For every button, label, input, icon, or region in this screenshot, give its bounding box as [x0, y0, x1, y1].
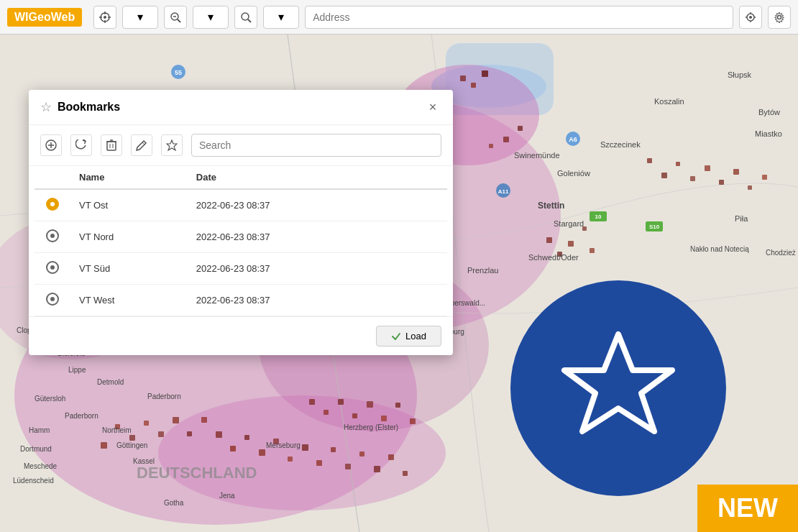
row-name: VT West [70, 285, 188, 316]
edit-button[interactable] [131, 134, 152, 156]
svg-rect-43 [302, 444, 308, 451]
svg-rect-51 [201, 417, 207, 423]
search-dropdown[interactable]: ▾ [263, 6, 299, 29]
row-date: 2022-06-23 08:37 [188, 285, 390, 316]
svg-text:Paderborn: Paderborn [65, 412, 98, 420]
svg-rect-40 [259, 449, 265, 456]
svg-marker-147 [564, 334, 672, 431]
svg-text:Miastko: Miastko [755, 129, 782, 138]
load-button[interactable]: Load [376, 326, 441, 347]
svg-text:A6: A6 [569, 136, 577, 143]
svg-text:Hamm: Hamm [29, 426, 50, 434]
table-row[interactable]: VT Nord2022-06-23 08:37 [35, 221, 447, 253]
delete-button[interactable] [101, 134, 122, 156]
svg-point-142 [50, 234, 55, 238]
svg-text:Piła: Piła [735, 214, 748, 223]
svg-marker-138 [167, 140, 177, 150]
svg-rect-65 [395, 403, 400, 408]
svg-rect-20 [471, 83, 476, 88]
svg-rect-42 [288, 457, 293, 462]
row-action1 [390, 253, 418, 285]
star-button[interactable] [161, 134, 183, 156]
row-action1 [390, 189, 418, 221]
svg-rect-74 [748, 185, 752, 190]
svg-text:Jena: Jena [219, 492, 235, 500]
svg-text:Słupsk: Słupsk [728, 70, 752, 79]
star-graphic [554, 324, 683, 453]
dialog-title: Bookmarks [58, 101, 418, 114]
svg-text:Merseburg: Merseburg [266, 441, 301, 449]
row-icon [35, 253, 70, 285]
row-action2 [418, 285, 447, 316]
load-label: Load [405, 331, 426, 341]
svg-point-8 [158, 395, 446, 510]
svg-rect-38 [230, 446, 236, 451]
table-row[interactable]: VT Süd2022-06-23 08:37 [35, 253, 447, 285]
svg-point-128 [778, 15, 781, 19]
locate-button[interactable] [93, 6, 116, 29]
svg-text:55: 55 [175, 69, 182, 76]
zoom-dropdown[interactable]: ▾ [193, 6, 229, 29]
zoom-button[interactable] [164, 6, 187, 29]
row-date: 2022-06-23 08:37 [188, 253, 390, 285]
svg-text:Goleniów: Goleniów [557, 169, 590, 178]
svg-rect-23 [518, 126, 523, 131]
row-icon [35, 221, 70, 253]
row-action2 [418, 221, 447, 253]
svg-rect-66 [410, 418, 416, 424]
svg-rect-22 [503, 137, 509, 142]
svg-rect-60 [324, 410, 329, 415]
row-name: VT Süd [70, 253, 188, 285]
svg-rect-36 [590, 248, 595, 253]
svg-rect-73 [733, 169, 739, 175]
row-action1 [390, 221, 418, 253]
row-name: VT Ost [70, 189, 188, 221]
svg-text:Stargard: Stargard [554, 219, 584, 228]
svg-text:Chodzież: Chodzież [766, 249, 796, 257]
svg-point-140 [50, 202, 55, 206]
dialog-star-icon: ☆ [40, 99, 52, 115]
svg-rect-132 [107, 142, 116, 150]
svg-text:Schwedt/Oder: Schwedt/Oder [528, 253, 579, 262]
svg-rect-61 [338, 399, 344, 405]
svg-text:Dortmund: Dortmund [20, 445, 52, 453]
svg-point-146 [50, 297, 55, 301]
svg-line-137 [142, 142, 145, 145]
svg-text:Lippe: Lippe [68, 366, 86, 374]
svg-text:Gotha: Gotha [164, 499, 184, 507]
svg-rect-34 [568, 241, 574, 247]
svg-point-123 [749, 16, 752, 19]
gps-button[interactable] [739, 6, 762, 29]
svg-text:Bytów: Bytów [758, 108, 780, 116]
dialog-footer: Load [29, 316, 453, 355]
svg-point-120 [242, 13, 249, 20]
settings-button[interactable] [768, 6, 791, 29]
dialog-close-button[interactable]: × [424, 98, 441, 116]
svg-text:Koszalin: Koszalin [654, 97, 684, 106]
address-input[interactable] [305, 6, 733, 29]
svg-point-112 [104, 16, 106, 19]
feature-badge [510, 280, 726, 496]
svg-rect-54 [158, 431, 164, 437]
svg-rect-39 [244, 435, 249, 440]
svg-rect-32 [546, 237, 552, 243]
bookmarks-list: VT Ost2022-06-23 08:37 VT Nord2022-06-23… [35, 189, 447, 316]
add-bookmark-button[interactable] [40, 134, 62, 156]
svg-rect-53 [173, 417, 179, 423]
table-row[interactable]: VT Ost2022-06-23 08:37 [35, 189, 447, 221]
svg-text:A11: A11 [498, 188, 509, 195]
locate-dropdown[interactable]: ▾ [122, 6, 158, 29]
app-logo: WIGeoWeb [7, 8, 82, 27]
refresh-button[interactable] [70, 134, 92, 156]
bookmarks-dialog: ☆ Bookmarks × [29, 90, 453, 355]
svg-rect-63 [367, 401, 373, 408]
table-row[interactable]: VT West2022-06-23 08:37 [35, 285, 447, 316]
svg-text:Kassel: Kassel [133, 457, 155, 465]
svg-rect-55 [144, 421, 149, 426]
search-map-button[interactable] [234, 6, 257, 29]
svg-text:Stettin: Stettin [538, 201, 564, 211]
svg-text:Nakło nad Notecią: Nakło nad Notecią [690, 245, 749, 253]
svg-rect-48 [374, 466, 380, 472]
search-input[interactable] [191, 134, 441, 157]
svg-rect-52 [187, 431, 192, 436]
